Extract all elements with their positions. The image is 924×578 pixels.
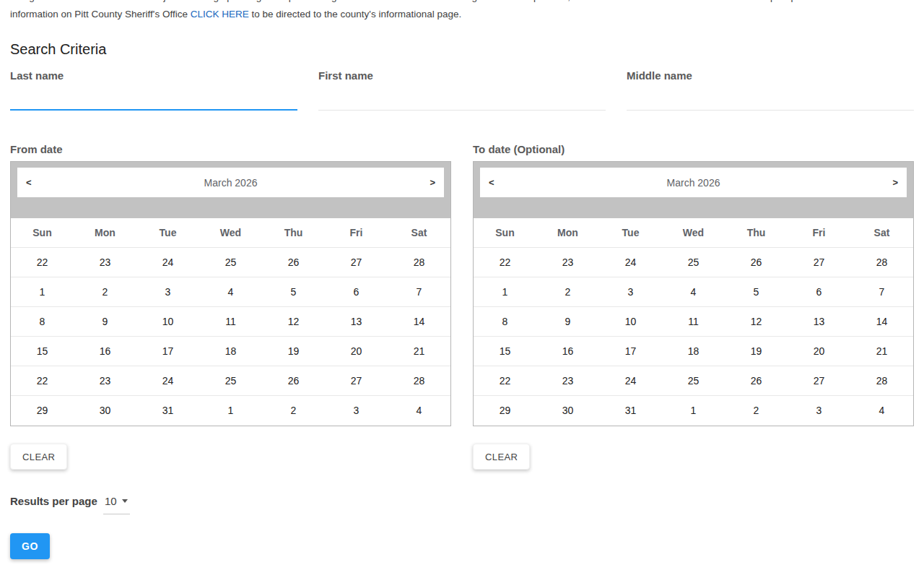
calendar-day-cell[interactable]: 12 — [725, 307, 788, 336]
calendar-day-cell[interactable]: 15 — [11, 337, 74, 366]
calendar-day-cell[interactable]: 25 — [199, 248, 262, 277]
calendar-day-cell[interactable]: 28 — [388, 366, 450, 395]
calendar-day-cell[interactable]: 8 — [474, 307, 536, 336]
calendar-day-cell[interactable]: 6 — [788, 277, 850, 306]
calendar-day-cell[interactable]: 21 — [850, 337, 913, 366]
from-date-clear-button[interactable]: CLEAR — [10, 444, 67, 470]
calendar-day-cell[interactable]: 13 — [788, 307, 850, 336]
calendar-day-cell[interactable]: 15 — [474, 337, 536, 366]
calendar-day-cell[interactable]: 31 — [136, 396, 199, 426]
calendar-day-cell[interactable]: 4 — [388, 396, 450, 426]
click-here-link[interactable]: CLICK HERE — [191, 9, 249, 20]
calendar-day-cell[interactable]: 31 — [599, 396, 662, 426]
calendar-day-cell[interactable]: 27 — [788, 366, 850, 395]
calendar-day-cell[interactable]: 24 — [136, 248, 199, 277]
calendar-day-cell[interactable]: 28 — [388, 248, 450, 277]
calendar-day-cell[interactable]: 16 — [536, 337, 599, 366]
calendar-day-cell[interactable]: 11 — [199, 307, 262, 336]
calendar-next-icon[interactable]: > — [892, 178, 898, 187]
calendar-day-cell[interactable]: 19 — [725, 337, 788, 366]
calendar-day-cell[interactable]: 23 — [536, 248, 599, 277]
calendar-day-cell[interactable]: 26 — [262, 248, 325, 277]
calendar-day-cell[interactable]: 24 — [136, 366, 199, 395]
calendar-day-cell[interactable]: 3 — [599, 277, 662, 306]
calendar-day-cell[interactable]: 17 — [599, 337, 662, 366]
last-name-input[interactable] — [10, 85, 297, 111]
calendar-day-cell[interactable]: 5 — [725, 277, 788, 306]
calendar-day-cell[interactable]: 3 — [136, 277, 199, 306]
calendar-day-cell[interactable]: 27 — [325, 248, 388, 277]
calendar-day-cell[interactable]: 3 — [788, 396, 850, 426]
calendar-prev-icon[interactable]: < — [489, 178, 494, 187]
calendar-day-cell[interactable]: 8 — [11, 307, 74, 336]
calendar-day-cell[interactable]: 2 — [74, 277, 136, 306]
calendar-day-cell[interactable]: 19 — [262, 337, 325, 366]
calendar-day-cell[interactable]: 4 — [850, 396, 913, 426]
calendar-day-cell[interactable]: 26 — [725, 366, 788, 395]
calendar-day-cell[interactable]: 21 — [388, 337, 450, 366]
from-date-label: From date — [10, 143, 451, 156]
calendar-day-cell[interactable]: 27 — [788, 248, 850, 277]
calendar-day-cell[interactable]: 26 — [262, 366, 325, 395]
calendar-day-cell[interactable]: 4 — [199, 277, 262, 306]
calendar-day-cell[interactable]: 22 — [474, 248, 536, 277]
calendar-day-cell[interactable]: 23 — [74, 366, 136, 395]
calendar-day-cell[interactable]: 30 — [536, 396, 599, 426]
calendar-day-cell[interactable]: 10 — [599, 307, 662, 336]
calendar-day-cell[interactable]: 1 — [11, 277, 74, 306]
calendar-prev-icon[interactable]: < — [26, 178, 32, 187]
calendar-day-cell[interactable]: 13 — [325, 307, 388, 336]
calendar-day-cell[interactable]: 11 — [662, 307, 725, 336]
calendar-day-cell[interactable]: 26 — [725, 248, 788, 277]
to-date-clear-button[interactable]: CLEAR — [473, 444, 530, 470]
calendar-day-cell[interactable]: 9 — [74, 307, 136, 336]
calendar-day-cell[interactable]: 5 — [262, 277, 325, 306]
results-per-page-dropdown[interactable]: 10 — [103, 494, 130, 514]
calendar-day-cell[interactable]: 20 — [325, 337, 388, 366]
calendar-day-cell[interactable]: 18 — [662, 337, 725, 366]
calendar-day-cell[interactable]: 10 — [136, 307, 199, 336]
calendar-day-cell[interactable]: 23 — [536, 366, 599, 395]
calendar-day-cell[interactable]: 2 — [725, 396, 788, 426]
clipped-text-link[interactable]: Learn more — [347, 0, 397, 2]
calendar-day-cell[interactable]: 1 — [662, 396, 725, 426]
calendar-day-cell[interactable]: 7 — [850, 277, 913, 306]
calendar-day-cell[interactable]: 14 — [388, 307, 450, 336]
calendar-day-cell[interactable]: 16 — [74, 337, 136, 366]
calendar-next-icon[interactable]: > — [430, 178, 435, 187]
calendar-header-band: <March 2026> — [474, 162, 913, 218]
calendar-day-cell[interactable]: 22 — [11, 248, 74, 277]
calendar-day-cell[interactable]: 18 — [199, 337, 262, 366]
calendar-day-cell[interactable]: 3 — [325, 396, 388, 426]
calendar-day-cell[interactable]: 2 — [536, 277, 599, 306]
calendar-day-cell[interactable]: 23 — [74, 248, 136, 277]
calendar-day-cell[interactable]: 1 — [474, 277, 536, 306]
calendar-day-cell[interactable]: 24 — [599, 366, 662, 395]
middle-name-input[interactable] — [627, 85, 914, 111]
calendar-day-cell[interactable]: 14 — [850, 307, 913, 336]
calendar-day-cell[interactable]: 9 — [536, 307, 599, 336]
calendar-day-cell[interactable]: 29 — [11, 396, 74, 426]
calendar-month-label: March 2026 — [204, 177, 258, 189]
calendar-day-cell[interactable]: 17 — [136, 337, 199, 366]
calendar-day-cell[interactable]: 2 — [262, 396, 325, 426]
go-button[interactable]: GO — [10, 533, 50, 559]
calendar-day-cell[interactable]: 30 — [74, 396, 136, 426]
calendar-day-cell[interactable]: 24 — [599, 248, 662, 277]
first-name-input[interactable] — [318, 85, 606, 111]
calendar-day-cell[interactable]: 29 — [474, 396, 536, 426]
calendar-day-cell[interactable]: 22 — [11, 366, 74, 395]
calendar-day-cell[interactable]: 25 — [662, 248, 725, 277]
calendar-day-cell[interactable]: 28 — [850, 366, 913, 395]
calendar-day-cell[interactable]: 6 — [325, 277, 388, 306]
calendar-day-cell[interactable]: 25 — [662, 366, 725, 395]
calendar-day-cell[interactable]: 12 — [262, 307, 325, 336]
calendar-day-cell[interactable]: 27 — [325, 366, 388, 395]
calendar-day-cell[interactable]: 20 — [788, 337, 850, 366]
calendar-day-cell[interactable]: 7 — [388, 277, 450, 306]
calendar-day-cell[interactable]: 28 — [850, 248, 913, 277]
calendar-day-cell[interactable]: 25 — [199, 366, 262, 395]
calendar-day-cell[interactable]: 4 — [662, 277, 725, 306]
calendar-day-cell[interactable]: 22 — [474, 366, 536, 395]
calendar-day-cell[interactable]: 1 — [199, 396, 262, 426]
